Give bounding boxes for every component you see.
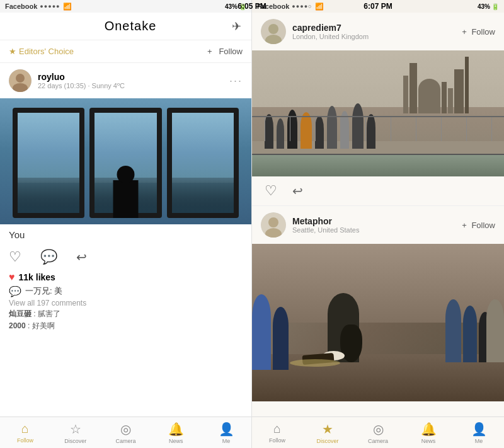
status-bar-right: Facebook ●●●●○ 📶 6:07 PM 43% 🔋 [252,0,504,13]
nav-discover-label-right: Discover [316,438,338,444]
svg-point-4 [268,24,278,34]
user2-avatar[interactable] [261,212,286,238]
nav-me[interactable]: 👤 Me [201,422,251,444]
window-pane-3 [167,108,239,218]
post-actions: ♡ 💬 ↩ [0,245,251,269]
nav-camera-label: Camera [115,438,135,444]
user1-follow-btn[interactable]: + Follow [462,27,495,37]
nav-me-label: Me [222,438,231,444]
editors-choice-bar: ★ Editors' Choice + Follow [0,40,251,63]
editors-choice-label: ★ Editors' Choice [9,47,74,56]
nav-discover[interactable]: ☆ Discover [50,422,101,444]
user2-info: Metaphor Seattle, United States [292,216,455,234]
app-header-left: Onetake ✈ [0,13,251,40]
nav-discover-label: Discover [64,438,86,444]
street-photo [252,244,504,401]
comment-line-1: 灿豆砸 : 腻害了 [9,309,243,319]
bottom-nav-left: ⌂ Follow ☆ Discover ◎ Camera 🔔 News 👤 Me [0,416,251,448]
time-left: 6:05 PM [238,2,252,11]
nav-camera-right[interactable]: ◎ Camera [353,422,403,444]
left-panel: Facebook ●●●●● 📶 6:05 PM 43% 🔋 Onetake ✈… [0,0,252,448]
comment-line-2: 2000 : 好美啊 [9,321,243,331]
post-user-info: royluo 22 days (10:35) · Sunny 4ºC [38,72,223,89]
comment-bubble-icon: 💬 [9,285,21,297]
comment-btn[interactable]: 💬 [40,249,57,265]
user1-name[interactable]: caprediem7 [292,23,455,33]
right-action-row-1: ♡ ↩ [252,176,504,206]
first-comment: 一万兄: 美 [25,285,62,297]
post-stats: ♥ 11k likes 💬 一万兄: 美 View all 197 commen… [0,269,251,333]
nav-follow-right[interactable]: ⌂ Follow [252,422,302,444]
user1-info: caprediem7 London, United Kingdom [292,23,455,40]
svg-point-1 [16,74,25,83]
share-icon-right[interactable]: ↩ [292,183,303,198]
user-card-1: caprediem7 London, United Kingdom + Foll… [252,13,504,50]
bell-icon: 🔔 [168,422,184,437]
user2-follow-btn[interactable]: + Follow [462,221,495,230]
nav-news-right[interactable]: 🔔 News [403,422,454,444]
camera-icon: ◎ [120,422,131,437]
signal-dots: ●●●●● [40,3,60,9]
london-photo [252,50,504,176]
wifi-icon: 📶 [63,3,72,11]
right-scroll-area[interactable]: caprediem7 London, United Kingdom + Foll… [252,13,504,416]
nav-news-label: News [169,438,183,444]
home-icon: ⌂ [21,422,29,436]
nav-follow-label: Follow [17,437,33,444]
me-icon-right: 👤 [471,422,487,437]
more-options-btn[interactable]: ··· [229,74,243,88]
user2-location: Seattle, United States [292,226,455,234]
user1-location: London, United Kingdom [292,33,455,40]
user-card-2: Metaphor Seattle, United States + Follow [252,206,504,244]
discover-icon: ☆ [70,422,81,437]
user-avatar[interactable] [9,69,32,92]
svg-point-7 [268,217,278,227]
likes-count: 11k likes [19,272,55,282]
view-all-comments[interactable]: View all 197 comments [9,299,243,307]
editors-follow-btn[interactable]: + Follow [207,47,243,56]
nav-follow-label-right: Follow [269,437,285,444]
time-right: 6:07 PM [364,2,392,11]
nav-me-label-right: Me [475,438,483,444]
bell-icon-right: 🔔 [421,422,437,437]
post-header: royluo 22 days (10:35) · Sunny 4ºC ··· [0,63,251,98]
nav-follow[interactable]: ⌂ Follow [0,422,50,444]
discover-icon-right: ★ [322,422,333,437]
star-icon: ★ [9,47,16,56]
send-icon[interactable]: ✈ [232,20,241,33]
like-icon-right[interactable]: ♡ [265,183,277,199]
status-bar-left: Facebook ●●●●● 📶 6:05 PM 43% 🔋 [0,0,251,13]
like-btn[interactable]: ♡ [9,249,21,265]
signal-dots-right: ●●●●○ [292,3,312,9]
nav-me-right[interactable]: 👤 Me [454,422,504,444]
window-pane-1 [13,108,84,218]
nav-discover-right[interactable]: ★ Discover [302,422,353,444]
app-title: Onetake [29,19,232,33]
nav-news-label-right: News [421,438,436,444]
nav-camera-label-right: Camera [368,438,388,444]
fb-app-label: Facebook [5,3,37,10]
heart-filled-icon: ♥ [9,272,15,283]
wifi-icon-right: 📶 [315,3,324,11]
nav-camera[interactable]: ◎ Camera [101,422,151,444]
post-meta: 22 days (10:35) · Sunny 4ºC [38,82,223,89]
share-btn[interactable]: ↩ [76,250,87,265]
post-username[interactable]: royluo [38,72,223,82]
nav-news[interactable]: 🔔 News [151,422,201,444]
post-caption: You [0,224,251,245]
bottom-nav-right: ⌂ Follow ★ Discover ◎ Camera 🔔 News 👤 Me [252,416,504,448]
post-photo-left [0,98,251,224]
battery-icon-right: 🔋 [491,3,499,10]
right-panel: Facebook ●●●●○ 📶 6:07 PM 43% 🔋 caprediem… [252,0,504,448]
home-icon-right: ⌂ [273,422,281,436]
user1-avatar[interactable] [261,19,286,44]
me-icon: 👤 [219,422,234,437]
user2-name[interactable]: Metaphor [292,216,455,226]
camera-icon-right: ◎ [373,422,384,437]
